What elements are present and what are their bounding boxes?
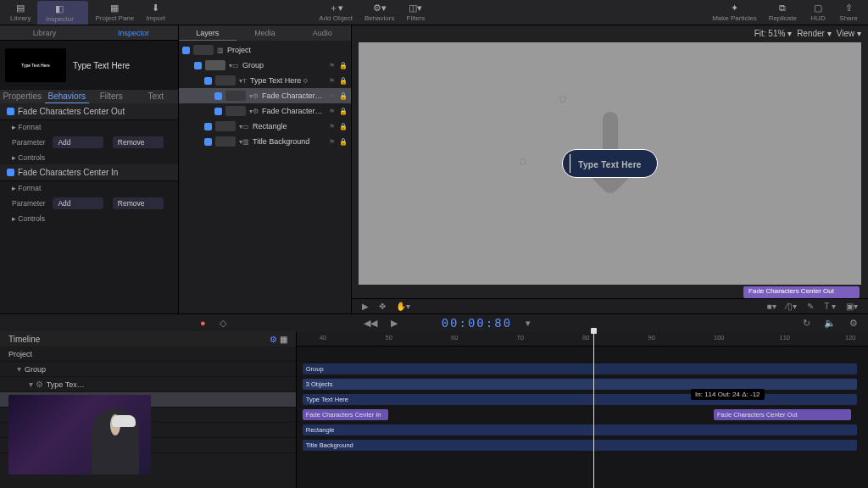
layer-thumb (215, 75, 236, 86)
visible-checkbox[interactable] (194, 62, 202, 69)
subtab-text[interactable]: Text (134, 90, 179, 103)
tb-share[interactable]: ⇧Share (834, 1, 863, 25)
hand-tool-icon[interactable]: ✋▾ (396, 302, 410, 311)
subtab-behaviors[interactable]: Behaviors (45, 90, 90, 103)
lock-icon[interactable]: 🔒 (339, 138, 348, 146)
fit-menu[interactable]: Fit: 51% ▾ (754, 29, 792, 38)
stroke-icon[interactable]: ⁄▯▾ (787, 302, 798, 311)
tb-import[interactable]: ⬇Import (141, 1, 170, 25)
inspector-panel: Library Inspector Type Text Here Type Te… (0, 25, 178, 313)
layer-thumb (225, 91, 246, 101)
timeline-label: Timeline (8, 335, 40, 344)
settings-icon[interactable]: ⚙ (849, 318, 858, 329)
layer-row[interactable]: ▾TType Text Here ○⚑🔒 (179, 73, 351, 88)
tab-media[interactable]: Media (236, 25, 294, 41)
visible-checkbox[interactable] (214, 92, 222, 100)
behavior-header[interactable]: Fade Characters Center In (0, 164, 178, 181)
track[interactable]: 3 Objects (297, 377, 868, 392)
track[interactable]: Fade Characters Center InFade Characters… (297, 408, 868, 423)
loop-icon[interactable]: ↻ (803, 318, 810, 329)
record-icon[interactable]: ● (200, 318, 206, 328)
viewport[interactable]: Type Text Here (359, 42, 861, 285)
render-menu[interactable]: Render ▾ (797, 29, 832, 38)
pointer-tool-icon[interactable]: ▶ (362, 302, 369, 311)
flag-icon[interactable]: ⚑ (327, 92, 336, 100)
timeline-row[interactable]: Project (0, 347, 296, 362)
lock-icon[interactable]: 🔒 (339, 123, 348, 130)
format-row[interactable]: ▸ Format (0, 181, 178, 195)
subtab-filters[interactable]: Filters (89, 90, 134, 103)
layer-row[interactable]: ▾▥Title Background⚑🔒 (179, 134, 351, 149)
lock-icon[interactable]: 🔒 (339, 77, 348, 85)
controls-row[interactable]: ▸ Controls (0, 212, 178, 225)
tb-project-pane[interactable]: ▦Project Pane (90, 1, 139, 25)
transport-bar: ● ◇ ◀◀ ▶ 00:00:80 ▾ ↻ 🔈 ⚙ (0, 314, 868, 331)
lock-icon[interactable]: 🔒 (339, 108, 348, 115)
layer-row[interactable]: ▾⚙Fade Characters Cen…⚑🔒 (179, 103, 351, 119)
mask-icon[interactable]: ▣▾ (846, 302, 858, 311)
layer-row[interactable]: ▾⚙Fade Characters Cen…⚑🔒 (179, 88, 351, 103)
pen-icon[interactable]: ✎ (807, 302, 814, 311)
layer-row[interactable]: ▾▭Group⚑🔒 (179, 58, 351, 73)
behavior-header[interactable]: Fade Characters Center Out (0, 103, 178, 120)
tb-library[interactable]: ▤Library (5, 1, 36, 25)
transform-tool-icon[interactable]: ✥ (379, 302, 386, 311)
tb-inspector[interactable]: ◧Inspector (37, 1, 88, 25)
fill-icon[interactable]: ■▾ (767, 302, 776, 311)
action-select[interactable]: Remove (113, 136, 164, 148)
play-icon[interactable]: ▶ (391, 318, 398, 329)
tb-behaviors[interactable]: ⚙▾Behaviors (359, 1, 400, 25)
tb-replicate[interactable]: ⧉Replicate (764, 1, 802, 25)
layer-row[interactable]: ▾▭Rectangle⚑🔒 (179, 119, 351, 134)
tb-make-particles[interactable]: ✦Make Particles (707, 1, 761, 25)
tb-hud[interactable]: ▢HUD (804, 1, 832, 25)
subtab-properties[interactable]: Properties (0, 90, 45, 103)
lock-icon[interactable]: 🔒 (339, 92, 348, 100)
layer-row[interactable]: ▥Project (179, 42, 351, 58)
param-select[interactable]: Add (53, 197, 103, 209)
action-select[interactable]: Remove (113, 197, 164, 209)
mute-icon[interactable]: 🔈 (824, 318, 836, 329)
tb-add-object[interactable]: ＋▾Add Object (314, 1, 358, 25)
visible-checkbox[interactable] (204, 123, 212, 130)
track[interactable]: Title Background (297, 438, 868, 453)
timeline-row[interactable]: ▾ ⚙ Type Tex… (0, 377, 296, 392)
flag-icon[interactable]: ⚑ (327, 108, 336, 115)
timeline-row[interactable]: ▾ Group (0, 362, 296, 377)
track[interactable]: Rectangle (297, 423, 868, 438)
visible-checkbox[interactable] (214, 108, 222, 115)
visible-checkbox[interactable] (204, 138, 212, 146)
tb-filters[interactable]: ◫▾Filters (401, 1, 430, 25)
tab-audio[interactable]: Audio (293, 25, 351, 41)
flag-icon[interactable]: ⚑ (327, 123, 336, 130)
view-menu[interactable]: View ▾ (837, 29, 861, 38)
playhead[interactable] (593, 331, 594, 488)
flag-icon[interactable]: ⚑ (327, 138, 336, 146)
behavior-range-bar[interactable]: Fade Characters Center Out (743, 286, 860, 298)
keyframe-icon[interactable]: ◇ (220, 318, 226, 329)
track[interactable]: Type Text Here (297, 392, 868, 408)
flag-icon[interactable]: ⚑ (327, 62, 336, 69)
viewer: Fit: 51% ▾ Render ▾ View ▾ Type Text Her… (352, 25, 868, 313)
lock-icon[interactable]: 🔒 (339, 62, 348, 69)
tab-library[interactable]: Library (0, 25, 89, 40)
layer-thumb (193, 45, 214, 55)
track[interactable]: Group (297, 362, 868, 377)
text-object[interactable]: Type Text Here (562, 149, 657, 178)
controls-row[interactable]: ▸ Controls (0, 151, 178, 164)
show-behaviors-icon[interactable]: ⚙ (270, 335, 277, 344)
visible-checkbox[interactable] (182, 47, 190, 54)
format-row[interactable]: ▸ Format (0, 120, 178, 134)
tab-inspector[interactable]: Inspector (89, 25, 178, 40)
visible-checkbox[interactable] (204, 77, 212, 85)
timecode[interactable]: 00:00:80 (442, 316, 512, 330)
timecode-mode-icon[interactable]: ▾ (526, 318, 531, 329)
enable-checkbox[interactable] (7, 169, 14, 176)
flag-icon[interactable]: ⚑ (327, 77, 336, 85)
param-select[interactable]: Add (53, 136, 103, 148)
show-filters-icon[interactable]: ▦ (280, 335, 287, 344)
tab-layers[interactable]: Layers (179, 25, 236, 41)
prev-frame-icon[interactable]: ◀◀ (364, 318, 377, 329)
enable-checkbox[interactable] (7, 108, 14, 115)
text-tool-icon[interactable]: T ▾ (824, 302, 836, 311)
